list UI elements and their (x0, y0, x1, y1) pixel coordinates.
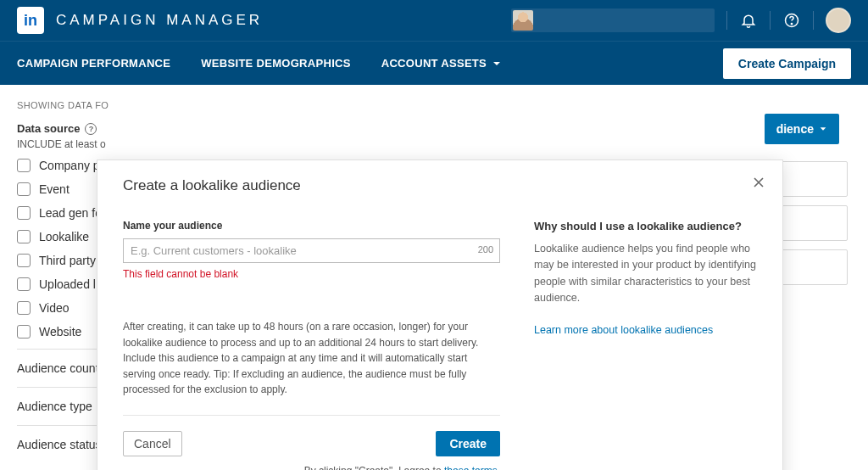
caret-down-icon (819, 125, 827, 133)
filter-label: Event (39, 182, 70, 196)
filter-label: Third party (39, 254, 96, 267)
svg-point-1 (791, 24, 792, 25)
close-icon[interactable] (752, 176, 765, 189)
page-body: SHOWING DATA FO Data source ? INCLUDE at… (0, 85, 868, 470)
create-audience-dropdown[interactable]: dience (765, 114, 839, 144)
nav-campaign-performance[interactable]: CAMPAIGN PERFORMANCE (17, 57, 170, 70)
help-tooltip-icon[interactable]: ? (85, 123, 97, 135)
help-icon[interactable] (782, 11, 801, 30)
create-button[interactable]: Create (436, 431, 500, 456)
primary-nav: CAMPAIGN PERFORMANCE WEBSITE DEMOGRAPHIC… (0, 41, 868, 85)
side-panel-title: Why should I use a lookalike audience? (534, 220, 757, 232)
checkbox-icon (17, 301, 31, 315)
include-hint: INCLUDE at least o (17, 138, 170, 150)
learn-more-link[interactable]: Learn more about lookalike audiences (534, 324, 757, 336)
filter-label: Uploaded l (39, 277, 96, 291)
terms-text: By clicking "Create", I agree to these t… (123, 465, 500, 470)
checkbox-icon (17, 159, 31, 172)
data-source-label: Data source (17, 122, 80, 135)
app-title: CAMPAIGN MANAGER (56, 12, 263, 29)
create-audience-label: dience (776, 122, 814, 136)
facet-label: Audience count (17, 361, 99, 375)
terms-prefix: By clicking "Create", I agree to (304, 465, 444, 470)
filter-label: Website (39, 325, 81, 339)
checkbox-icon (17, 182, 31, 196)
caret-down-icon (492, 59, 502, 69)
char-count: 200 (478, 244, 493, 255)
create-campaign-button[interactable]: Create Campaign (723, 48, 851, 79)
facet-label: Audience status (17, 438, 102, 451)
checkbox-icon (17, 206, 31, 220)
filter-label: Lead gen fo (39, 206, 102, 220)
audience-name-input[interactable] (123, 238, 500, 263)
processing-note: After creating, it can take up to 48 hou… (123, 319, 500, 416)
facet-label: Audience type (17, 400, 92, 413)
nav-account-assets-label: ACCOUNT ASSETS (381, 57, 487, 70)
search-avatar-icon (513, 10, 533, 31)
checkbox-icon (17, 277, 31, 291)
modal-title: Create a lookalike audience (123, 177, 757, 194)
showing-data-label: SHOWING DATA FO (17, 100, 170, 110)
nav-account-assets[interactable]: ACCOUNT ASSETS (381, 57, 502, 70)
divider (813, 11, 814, 30)
divider (770, 11, 771, 30)
checkbox-icon (17, 230, 31, 243)
global-search[interactable] (511, 8, 715, 32)
create-lookalike-modal: Create a lookalike audience Name your au… (97, 159, 783, 470)
notifications-icon[interactable] (739, 11, 758, 30)
name-field-label: Name your audience (123, 220, 500, 232)
divider (726, 11, 727, 30)
nav-website-demographics[interactable]: WEBSITE DEMOGRAPHICS (201, 57, 350, 70)
checkbox-icon (17, 254, 31, 267)
global-header: in CAMPAIGN MANAGER (0, 0, 868, 41)
cancel-button[interactable]: Cancel (123, 431, 182, 456)
filter-label: Company p (39, 159, 100, 172)
terms-link[interactable]: these terms. (444, 465, 500, 470)
linkedin-logo[interactable]: in (17, 7, 44, 34)
filter-label: Video (39, 301, 70, 315)
checkbox-icon (17, 325, 31, 339)
user-avatar[interactable] (826, 8, 851, 33)
filter-label: Lookalike (39, 230, 89, 243)
side-panel-text: Lookalike audience helps you find people… (534, 241, 757, 307)
validation-error: This field cannot be blank (123, 268, 500, 280)
